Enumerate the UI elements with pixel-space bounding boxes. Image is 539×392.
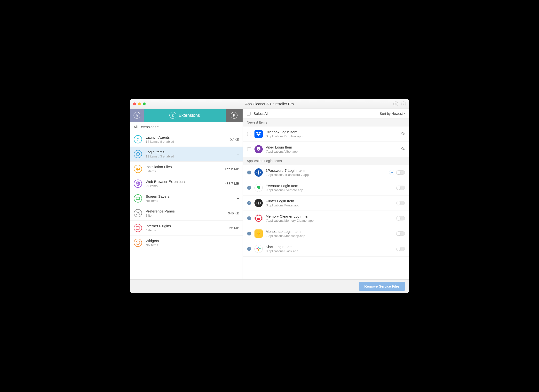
svg-rect-39: [258, 247, 259, 248]
item-path: /Applications/Monosnap.app: [266, 234, 393, 238]
item-text: Evernote Login Item /Applications/Everno…: [266, 184, 393, 192]
category-size: 946 KB: [228, 211, 239, 215]
category-text: Screen Savers No items: [146, 194, 234, 203]
category-subtitle: 11 items / 3 enabled: [146, 155, 234, 158]
app-icon: m: [254, 214, 263, 222]
enable-toggle[interactable]: [396, 186, 405, 190]
item-path: /Applications/Dropbox.app: [266, 134, 398, 138]
category-title: Screen Savers: [146, 194, 234, 198]
enable-toggle[interactable]: [396, 201, 405, 205]
category-item[interactable]: Widgets No items --: [130, 235, 243, 250]
filter-dropdown[interactable]: All Extensions ▾: [130, 122, 243, 132]
item-text: Funter Login Item /Applications/Funter.a…: [266, 199, 393, 207]
category-item[interactable]: Login Items 11 items / 3 enabled --: [130, 147, 243, 162]
item-title: Monosnap Login Item: [266, 229, 393, 234]
category-item[interactable]: Preference Panes 1 item 946 KB: [130, 206, 243, 221]
remove-service-files-button[interactable]: Remove Service Files: [359, 282, 405, 291]
item-text: Slack Login Item /Applications/Slack.app: [266, 245, 393, 253]
sort-dropdown[interactable]: Sort by Newest ▾: [380, 112, 405, 116]
fullscreen-button[interactable]: [143, 102, 146, 105]
item-title: Dropbox Login Item: [266, 130, 398, 134]
app-icon: [254, 245, 263, 253]
item-text: 1Password 7 Login Item /Applications/1Pa…: [266, 168, 386, 177]
item-title: Viber Login Item: [266, 145, 398, 149]
category-title: Internet Plugins: [146, 224, 226, 228]
enable-toggle[interactable]: [396, 216, 405, 220]
list-item[interactable]: i Monosnap Login Item /Applications/Mono…: [243, 226, 409, 241]
category-size: 57 KB: [230, 137, 239, 141]
category-text: Installation Files 3 items: [146, 165, 221, 173]
item-checkbox[interactable]: [247, 132, 251, 136]
gear-icon[interactable]: [401, 131, 405, 137]
select-all-label: Select All: [254, 111, 269, 116]
item-title: 1Password 7 Login Item: [266, 168, 386, 172]
items-list: Newest Items Dropbox Login Item /Applica…: [243, 118, 409, 279]
info-icon[interactable]: i: [247, 171, 251, 174]
remaining-icon: R: [231, 112, 238, 119]
item-checkbox[interactable]: [247, 147, 251, 151]
tab-applications[interactable]: A: [130, 109, 144, 122]
tab-extensions[interactable]: E Extensions: [144, 109, 226, 122]
info-icon[interactable]: i: [247, 201, 251, 205]
enable-toggle[interactable]: [396, 247, 405, 251]
category-size: 433.7 MB: [225, 182, 239, 186]
enable-toggle[interactable]: [396, 231, 405, 236]
info-icon[interactable]: i: [401, 102, 406, 106]
list-item[interactable]: Dropbox Login Item /Applications/Dropbox…: [243, 126, 409, 142]
info-icon[interactable]: i: [247, 186, 251, 190]
plugin-icon: [134, 224, 142, 232]
minimize-button[interactable]: [138, 102, 141, 105]
category-text: Widgets No items: [146, 239, 234, 247]
window-title: App Cleaner & Uninstaller Pro: [245, 102, 294, 106]
item-text: Viber Login Item /Applications/Viber.app: [266, 145, 398, 153]
app-icon: [254, 145, 263, 153]
item-path: /Applications/Evernote.app: [266, 188, 393, 192]
category-title: Widgets: [146, 239, 234, 243]
category-item[interactable]: Web Browser Extensions 29 items 433.7 MB: [130, 176, 243, 191]
widget-icon: [134, 238, 142, 247]
list-item[interactable]: i Funter Login Item /Applications/Funter…: [243, 196, 409, 211]
category-text: Web Browser Extensions 29 items: [146, 180, 221, 188]
chevron-down-icon: ▾: [404, 112, 405, 115]
share-icon[interactable]: ➦: [389, 170, 394, 175]
category-title: Web Browser Extensions: [146, 180, 221, 184]
item-path: /Applications/1Password 7.app: [266, 173, 386, 177]
power-icon: [134, 150, 142, 158]
svg-rect-41: [258, 249, 259, 251]
svg-rect-34: [258, 172, 259, 174]
gear-icon[interactable]: [401, 147, 405, 152]
globe-icon: [134, 179, 142, 188]
category-text: Login Items 11 items / 3 enabled: [146, 150, 234, 158]
traffic-lights: [133, 102, 146, 105]
category-subtitle: 1 item: [146, 214, 225, 217]
list-item[interactable]: i Evernote Login Item /Applications/Ever…: [243, 180, 409, 196]
close-button[interactable]: [133, 102, 136, 105]
category-item[interactable]: Installation Files 3 items 166.5 MB: [130, 162, 243, 176]
category-size: --: [237, 196, 239, 200]
category-item[interactable]: Internet Plugins 4 items 55 MB: [130, 221, 243, 235]
list-item[interactable]: Viber Login Item /Applications/Viber.app: [243, 142, 409, 157]
item-path: /Applications/Slack.app: [266, 249, 393, 253]
item-title: Memory Cleaner Login Item: [266, 214, 393, 218]
item-title: Slack Login Item: [266, 245, 393, 249]
list-item[interactable]: i Slack Login Item /Applications/Slack.a…: [243, 241, 409, 257]
category-item[interactable]: Launch Agents 14 items / 8 enabled 57 KB: [130, 132, 243, 147]
item-path: /Applications/Funter.app: [266, 204, 393, 207]
svg-line-18: [136, 214, 137, 215]
category-size: 55 MB: [230, 226, 239, 230]
select-all-checkbox[interactable]: [247, 112, 251, 116]
list-item[interactable]: i m Memory Cleaner Login Item /Applicati…: [243, 211, 409, 226]
chevron-down-icon: ▾: [157, 125, 159, 128]
list-item[interactable]: i 1Password 7 Login Item /Applications/1…: [243, 165, 409, 180]
app-icon: [254, 184, 263, 192]
enable-toggle[interactable]: [396, 170, 405, 175]
app-icon: [254, 199, 263, 207]
svg-rect-11: [136, 197, 140, 200]
category-subtitle: No items: [146, 199, 234, 203]
category-item[interactable]: Screen Savers No items --: [130, 191, 243, 206]
feedback-icon[interactable]: ☺: [393, 102, 398, 106]
info-icon[interactable]: i: [247, 247, 251, 251]
info-icon[interactable]: i: [247, 216, 251, 220]
info-icon[interactable]: i: [247, 232, 251, 235]
tab-remaining[interactable]: R: [226, 109, 243, 122]
